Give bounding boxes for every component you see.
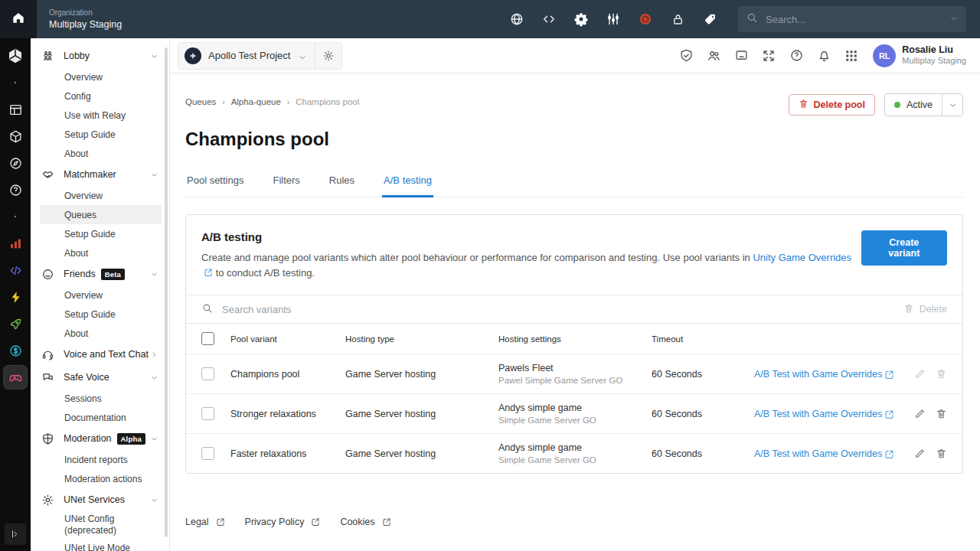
breadcrumb-alpha-queue[interactable]: Alpha-queue	[231, 97, 281, 106]
sidebar-item-moderation-actions[interactable]: Moderation actions	[31, 469, 169, 488]
sidebar-item-documentation[interactable]: Documentation	[31, 408, 169, 427]
lock-icon[interactable]	[669, 11, 686, 28]
delete-trash-icon[interactable]	[936, 448, 947, 459]
members-icon[interactable]	[706, 48, 721, 64]
sidebar-item-unet-services[interactable]: UNet Services	[31, 488, 169, 511]
external-link-icon	[382, 517, 391, 527]
row-checkbox[interactable]	[201, 447, 214, 460]
sidebar-item-use-with-relay[interactable]: Use with Relay	[31, 106, 169, 125]
home-button[interactable]	[0, 0, 37, 38]
sliders-icon[interactable]	[605, 11, 622, 28]
status-badge[interactable]: Active	[885, 94, 942, 116]
column-hosting-settings: Hosting settings	[498, 334, 652, 344]
code-icon[interactable]	[541, 11, 557, 28]
beta-badge: Beta	[101, 269, 125, 280]
analytics-icon[interactable]	[4, 232, 27, 255]
edit-pencil-icon[interactable]	[914, 448, 926, 459]
status-dropdown-button[interactable]	[942, 94, 962, 116]
sidebar-item-matchmaker-about[interactable]: About	[31, 243, 169, 262]
nav-scrollbar[interactable]	[165, 47, 168, 537]
sidebar-item-label: Voice and Text Chat	[64, 349, 149, 360]
organization-block[interactable]: Organization Multiplay Staging	[49, 9, 122, 30]
create-variant-button[interactable]: Create variant	[861, 230, 947, 266]
lightning-icon[interactable]	[4, 285, 27, 308]
tab-pool-settings[interactable]: Pool settings	[185, 174, 245, 197]
legal-link[interactable]: Legal	[185, 517, 225, 527]
collapse-rail-button[interactable]	[5, 523, 26, 545]
sidebar-item-lobby-overview[interactable]: Overview	[31, 67, 169, 86]
sidebar-item-lobby[interactable]: Lobby	[31, 44, 169, 67]
apps-grid-icon[interactable]	[844, 48, 859, 64]
select-all-checkbox[interactable]	[201, 332, 214, 345]
sidebar-item-moderation[interactable]: Moderation Alpha	[31, 427, 169, 450]
sidebar-item-unet-config[interactable]: UNet Config (deprecated)	[31, 511, 169, 538]
expand-icon[interactable]	[761, 48, 776, 64]
sidebar-item-unet-live-mode[interactable]: UNet Live Mode	[31, 538, 169, 551]
sidebar-item-queues[interactable]: Queues	[40, 205, 162, 224]
feedback-icon[interactable]	[733, 48, 749, 64]
row-checkbox[interactable]	[201, 367, 214, 380]
rocket-icon[interactable]	[4, 312, 27, 335]
help-icon[interactable]	[789, 48, 804, 64]
delete-pool-button[interactable]: Delete pool	[789, 94, 875, 116]
organization-label: Organization	[49, 9, 122, 17]
project-settings-gear-icon[interactable]	[315, 44, 341, 68]
globe-icon[interactable]	[508, 11, 525, 28]
sidebar-item-safe-voice[interactable]: Safe Voice	[31, 366, 169, 389]
operate-icon[interactable]	[637, 11, 654, 28]
global-search-input[interactable]	[764, 13, 949, 26]
notifications-bell-icon[interactable]	[816, 48, 831, 64]
alpha-badge: Alpha	[117, 433, 145, 445]
sidebar-item-friends-about[interactable]: About	[31, 324, 169, 343]
project-header: Apollo Test Project RL Rosalie Liu Multi…	[170, 38, 980, 73]
sidebar-item-lobby-about[interactable]: About	[31, 144, 169, 163]
project-selector[interactable]: Apollo Test Project	[178, 42, 342, 70]
user-menu[interactable]: RL Rosalie Liu Multiplay Staging	[873, 44, 966, 67]
global-search[interactable]	[738, 6, 966, 32]
dashboard-icon[interactable]	[4, 98, 27, 121]
ab-test-overrides-link[interactable]: A/B Test with Game Overrides	[754, 369, 907, 380]
sidebar-item-lobby-setup-guide[interactable]: Setup Guide	[31, 125, 169, 144]
sidebar-item-voice-text-chat[interactable]: Voice and Text Chat	[31, 343, 169, 366]
delete-trash-icon[interactable]	[936, 408, 947, 419]
tab-ab-testing[interactable]: A/B testing	[382, 174, 433, 197]
tag-icon[interactable]	[701, 11, 718, 28]
unity-logo[interactable]	[4, 44, 27, 67]
delete-trash-icon[interactable]	[936, 368, 947, 380]
trash-icon	[903, 303, 914, 316]
economy-icon[interactable]	[4, 339, 27, 362]
table-header: Pool variant Hosting type Hosting settin…	[186, 323, 962, 354]
bulk-delete-button[interactable]: Delete	[903, 303, 947, 316]
sidebar-item-sessions[interactable]: Sessions	[31, 389, 169, 408]
breadcrumb-queues[interactable]: Queues	[185, 97, 216, 106]
icon-rail	[0, 38, 31, 551]
sidebar-item-friends-overview[interactable]: Overview	[31, 285, 169, 305]
edit-pencil-icon[interactable]	[914, 368, 926, 380]
ab-test-overrides-link[interactable]: A/B Test with Game Overrides	[754, 448, 907, 459]
sidebar-item-matchmaker-setup-guide[interactable]: Setup Guide	[31, 224, 169, 243]
shield-check-icon[interactable]	[678, 48, 694, 64]
tab-rules[interactable]: Rules	[328, 174, 356, 197]
sidebar-item-friends-setup-guide[interactable]: Setup Guide	[31, 305, 169, 324]
row-checkbox[interactable]	[201, 407, 214, 420]
avatar: RL	[873, 44, 896, 67]
gear-icon[interactable]	[573, 11, 590, 28]
chevron-down-icon[interactable]	[949, 12, 959, 26]
compass-icon[interactable]	[4, 152, 27, 174]
gamepad-icon[interactable]	[4, 366, 27, 389]
cloud-code-icon[interactable]	[4, 259, 27, 282]
sidebar-item-incident-reports[interactable]: Incident reports	[31, 450, 169, 469]
sidebar-item-matchmaker-overview[interactable]: Overview	[31, 186, 169, 205]
sidebar-item-lobby-config[interactable]: Config	[31, 86, 169, 106]
privacy-policy-link[interactable]: Privacy Policy	[245, 517, 321, 527]
package-icon[interactable]	[4, 125, 27, 148]
sidebar-item-friends[interactable]: Friends Beta	[31, 262, 169, 285]
sidebar-item-matchmaker[interactable]: Matchmaker	[31, 163, 169, 186]
search-variants-input[interactable]	[220, 303, 903, 316]
breadcrumb-current: Champions pool	[296, 97, 359, 106]
edit-pencil-icon[interactable]	[914, 408, 926, 419]
ab-test-overrides-link[interactable]: A/B Test with Game Overrides	[754, 409, 907, 419]
tab-filters[interactable]: Filters	[271, 174, 301, 197]
cookies-link[interactable]: Cookies	[340, 517, 390, 527]
help-circle-icon[interactable]	[4, 178, 27, 201]
